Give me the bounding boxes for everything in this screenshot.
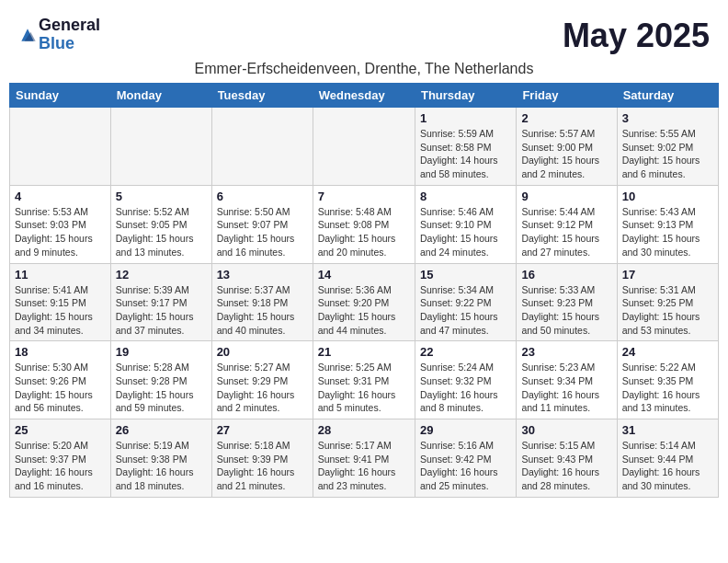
page-header: General Blue May 2025 <box>9 9 719 59</box>
calendar-day-cell: 3Sunrise: 5:55 AM Sunset: 9:02 PM Daylig… <box>617 108 718 186</box>
calendar-week-row: 1Sunrise: 5:59 AM Sunset: 8:58 PM Daylig… <box>10 108 719 186</box>
calendar-day-cell: 17Sunrise: 5:31 AM Sunset: 9:25 PM Dayli… <box>617 263 718 341</box>
calendar-body: 1Sunrise: 5:59 AM Sunset: 8:58 PM Daylig… <box>10 108 719 498</box>
day-number: 14 <box>318 268 410 282</box>
day-info: Sunrise: 5:50 AM Sunset: 9:07 PM Dayligh… <box>217 205 308 259</box>
calendar-day-cell: 31Sunrise: 5:14 AM Sunset: 9:44 PM Dayli… <box>617 419 718 498</box>
calendar-day-cell <box>313 108 415 186</box>
logo-general-text: General <box>39 17 100 35</box>
day-number: 25 <box>15 423 106 437</box>
day-number: 21 <box>318 345 410 359</box>
calendar-day-cell: 18Sunrise: 5:30 AM Sunset: 9:26 PM Dayli… <box>10 341 111 419</box>
day-info: Sunrise: 5:43 AM Sunset: 9:13 PM Dayligh… <box>622 205 713 259</box>
calendar-day-cell: 13Sunrise: 5:37 AM Sunset: 9:18 PM Dayli… <box>211 263 313 341</box>
calendar-day-cell: 16Sunrise: 5:33 AM Sunset: 9:23 PM Dayli… <box>517 263 617 341</box>
day-info: Sunrise: 5:55 AM Sunset: 9:02 PM Dayligh… <box>622 127 713 181</box>
day-of-week-header: Sunday <box>10 84 111 108</box>
day-number: 3 <box>622 111 713 125</box>
day-info: Sunrise: 5:34 AM Sunset: 9:22 PM Dayligh… <box>420 283 511 338</box>
day-number: 9 <box>521 190 611 203</box>
calendar-day-cell: 7Sunrise: 5:48 AM Sunset: 9:08 PM Daylig… <box>313 185 415 263</box>
calendar-day-cell: 25Sunrise: 5:20 AM Sunset: 9:37 PM Dayli… <box>10 419 111 498</box>
day-of-week-header: Saturday <box>617 84 718 108</box>
calendar-day-cell: 28Sunrise: 5:17 AM Sunset: 9:41 PM Dayli… <box>313 419 415 498</box>
calendar-day-cell: 2Sunrise: 5:57 AM Sunset: 9:00 PM Daylig… <box>517 108 617 186</box>
day-info: Sunrise: 5:17 AM Sunset: 9:41 PM Dayligh… <box>318 439 410 493</box>
day-number: 28 <box>318 423 410 437</box>
day-number: 10 <box>622 190 713 203</box>
calendar-day-cell: 22Sunrise: 5:24 AM Sunset: 9:32 PM Dayli… <box>415 341 516 419</box>
day-number: 17 <box>622 268 713 282</box>
calendar-day-cell: 15Sunrise: 5:34 AM Sunset: 9:22 PM Dayli… <box>415 263 516 341</box>
day-number: 8 <box>420 190 511 203</box>
calendar-day-cell: 19Sunrise: 5:28 AM Sunset: 9:28 PM Dayli… <box>110 341 211 419</box>
calendar-day-cell <box>110 108 211 186</box>
days-of-week-row: SundayMondayTuesdayWednesdayThursdayFrid… <box>10 84 719 108</box>
day-info: Sunrise: 5:20 AM Sunset: 9:37 PM Dayligh… <box>15 439 106 493</box>
day-number: 24 <box>622 345 713 359</box>
calendar-table: SundayMondayTuesdayWednesdayThursdayFrid… <box>9 83 719 498</box>
day-info: Sunrise: 5:48 AM Sunset: 9:08 PM Dayligh… <box>318 205 410 259</box>
day-of-week-header: Thursday <box>415 84 516 108</box>
day-info: Sunrise: 5:33 AM Sunset: 9:23 PM Dayligh… <box>521 283 611 338</box>
calendar-day-cell: 10Sunrise: 5:43 AM Sunset: 9:13 PM Dayli… <box>617 185 718 263</box>
calendar-day-cell: 14Sunrise: 5:36 AM Sunset: 9:20 PM Dayli… <box>313 263 415 341</box>
logo-icon <box>18 26 37 44</box>
calendar-day-cell: 5Sunrise: 5:52 AM Sunset: 9:05 PM Daylig… <box>110 185 211 263</box>
day-info: Sunrise: 5:23 AM Sunset: 9:34 PM Dayligh… <box>521 361 611 415</box>
day-info: Sunrise: 5:59 AM Sunset: 8:58 PM Dayligh… <box>420 127 511 181</box>
day-number: 5 <box>116 190 207 203</box>
calendar-day-cell: 30Sunrise: 5:15 AM Sunset: 9:43 PM Dayli… <box>517 419 617 498</box>
day-info: Sunrise: 5:24 AM Sunset: 9:32 PM Dayligh… <box>420 361 511 415</box>
day-info: Sunrise: 5:57 AM Sunset: 9:00 PM Dayligh… <box>521 127 611 181</box>
day-info: Sunrise: 5:15 AM Sunset: 9:43 PM Dayligh… <box>521 439 611 493</box>
calendar-day-cell: 11Sunrise: 5:41 AM Sunset: 9:15 PM Dayli… <box>10 263 111 341</box>
calendar-subtitle: Emmer-Erfscheidenveen, Drenthe, The Neth… <box>9 61 719 77</box>
calendar-week-row: 25Sunrise: 5:20 AM Sunset: 9:37 PM Dayli… <box>10 419 719 498</box>
calendar-day-cell: 23Sunrise: 5:23 AM Sunset: 9:34 PM Dayli… <box>517 341 617 419</box>
day-info: Sunrise: 5:22 AM Sunset: 9:35 PM Dayligh… <box>622 361 713 415</box>
calendar-week-row: 18Sunrise: 5:30 AM Sunset: 9:26 PM Dayli… <box>10 341 719 419</box>
day-info: Sunrise: 5:37 AM Sunset: 9:18 PM Dayligh… <box>217 283 308 338</box>
day-info: Sunrise: 5:25 AM Sunset: 9:31 PM Dayligh… <box>318 361 410 415</box>
day-of-week-header: Tuesday <box>211 84 313 108</box>
day-number: 15 <box>420 268 511 282</box>
calendar-header: SundayMondayTuesdayWednesdayThursdayFrid… <box>10 84 719 108</box>
day-info: Sunrise: 5:14 AM Sunset: 9:44 PM Dayligh… <box>622 439 713 493</box>
calendar-day-cell: 27Sunrise: 5:18 AM Sunset: 9:39 PM Dayli… <box>211 419 313 498</box>
day-info: Sunrise: 5:53 AM Sunset: 9:03 PM Dayligh… <box>15 205 106 259</box>
day-number: 22 <box>420 345 511 359</box>
day-number: 27 <box>217 423 308 437</box>
day-of-week-header: Monday <box>110 84 211 108</box>
calendar-day-cell: 6Sunrise: 5:50 AM Sunset: 9:07 PM Daylig… <box>211 185 313 263</box>
day-number: 2 <box>521 111 611 125</box>
day-info: Sunrise: 5:16 AM Sunset: 9:42 PM Dayligh… <box>420 439 511 493</box>
day-number: 29 <box>420 423 511 437</box>
day-info: Sunrise: 5:39 AM Sunset: 9:17 PM Dayligh… <box>116 283 207 338</box>
day-info: Sunrise: 5:30 AM Sunset: 9:26 PM Dayligh… <box>15 361 106 415</box>
calendar-day-cell <box>10 108 111 186</box>
day-info: Sunrise: 5:44 AM Sunset: 9:12 PM Dayligh… <box>521 205 611 259</box>
day-number: 12 <box>116 268 207 282</box>
day-info: Sunrise: 5:31 AM Sunset: 9:25 PM Dayligh… <box>622 283 713 338</box>
calendar-day-cell: 4Sunrise: 5:53 AM Sunset: 9:03 PM Daylig… <box>10 185 111 263</box>
calendar-day-cell: 9Sunrise: 5:44 AM Sunset: 9:12 PM Daylig… <box>517 185 617 263</box>
day-number: 30 <box>521 423 611 437</box>
day-number: 7 <box>318 190 410 203</box>
day-of-week-header: Wednesday <box>313 84 415 108</box>
calendar-day-cell: 29Sunrise: 5:16 AM Sunset: 9:42 PM Dayli… <box>415 419 516 498</box>
day-info: Sunrise: 5:18 AM Sunset: 9:39 PM Dayligh… <box>217 439 308 493</box>
day-info: Sunrise: 5:41 AM Sunset: 9:15 PM Dayligh… <box>15 283 106 338</box>
day-number: 23 <box>521 345 611 359</box>
logo: General Blue <box>18 17 100 53</box>
day-number: 1 <box>420 111 511 125</box>
calendar-week-row: 4Sunrise: 5:53 AM Sunset: 9:03 PM Daylig… <box>10 185 719 263</box>
day-number: 6 <box>217 190 308 203</box>
day-info: Sunrise: 5:52 AM Sunset: 9:05 PM Dayligh… <box>116 205 207 259</box>
day-number: 16 <box>521 268 611 282</box>
calendar-day-cell <box>211 108 313 186</box>
month-title: May 2025 <box>563 17 710 55</box>
calendar-day-cell: 20Sunrise: 5:27 AM Sunset: 9:29 PM Dayli… <box>211 341 313 419</box>
day-number: 20 <box>217 345 308 359</box>
day-number: 18 <box>15 345 106 359</box>
